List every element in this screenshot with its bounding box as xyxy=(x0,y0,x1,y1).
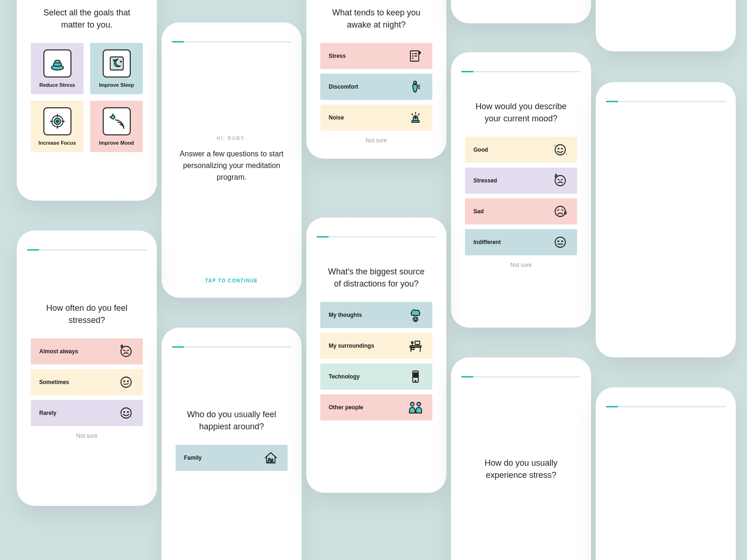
distractions-title: What's the biggest source of distraction… xyxy=(313,266,440,290)
svg-point-39 xyxy=(124,381,125,382)
svg-point-40 xyxy=(127,381,128,382)
phone-notch xyxy=(633,82,698,92)
option-sometimes[interactable]: Sometimes xyxy=(31,369,143,395)
meh-face-icon xyxy=(118,374,134,391)
svg-point-22 xyxy=(414,81,416,84)
svg-point-45 xyxy=(272,459,273,461)
option-label: Other people xyxy=(329,404,363,411)
progress-bar xyxy=(172,346,291,348)
phone-notch xyxy=(199,22,264,33)
svg-rect-55 xyxy=(411,348,414,350)
siren-icon xyxy=(407,109,424,126)
svg-point-5 xyxy=(120,61,121,62)
phone-intro: HI, RUBY. Answer a few questions to star… xyxy=(162,22,302,298)
rainbow-icon xyxy=(103,107,131,135)
svg-point-33 xyxy=(555,237,565,247)
goal-label: Improve Mood xyxy=(99,140,134,146)
svg-point-13 xyxy=(111,115,115,119)
svg-line-25 xyxy=(412,114,413,115)
option-label: Almost always xyxy=(39,348,78,355)
mood-title: How would you describe your current mood… xyxy=(458,100,585,125)
svg-point-7 xyxy=(54,118,61,125)
option-noise[interactable]: Noise xyxy=(320,105,432,131)
intro-body: Answer a few questions to start personal… xyxy=(168,141,295,183)
phone-notch xyxy=(488,357,554,368)
option-label: Discomfort xyxy=(329,84,358,90)
option-good[interactable]: Good xyxy=(465,137,577,163)
anxious-face-icon xyxy=(118,343,134,360)
svg-point-68 xyxy=(410,402,414,406)
tap-to-continue-button[interactable]: TAP TO CONTINUE xyxy=(168,267,295,291)
option-label: Technology xyxy=(329,373,359,380)
svg-point-41 xyxy=(121,408,131,418)
phone-awake: What tends to keep you awake at night? S… xyxy=(306,0,446,159)
phone-happiest: Who do you usually feel happiest around?… xyxy=(162,328,302,560)
zen-stones-icon xyxy=(43,49,71,77)
option-my-surroundings[interactable]: My surroundings xyxy=(320,333,432,359)
option-rarely[interactable]: Rarely xyxy=(31,400,143,426)
phone-experience-stress: How do you usually experience stress? xyxy=(451,357,591,560)
svg-point-58 xyxy=(415,380,416,381)
option-technology[interactable]: Technology xyxy=(320,364,432,390)
svg-point-69 xyxy=(417,402,421,406)
phone-distractions: What's the biggest source of distraction… xyxy=(306,217,446,493)
moon-icon xyxy=(103,49,131,77)
option-label: My surroundings xyxy=(329,343,374,349)
checklist-icon xyxy=(407,48,424,64)
svg-rect-67 xyxy=(416,376,418,378)
intro-greeting: HI, RUBY. xyxy=(168,136,295,141)
svg-point-35 xyxy=(562,241,563,242)
phone-notch xyxy=(488,52,554,63)
option-discomfort[interactable]: Discomfort xyxy=(320,74,432,100)
target-icon xyxy=(43,107,71,135)
phone-stress-freq: How often do you feel stressed? Almost a… xyxy=(17,231,157,506)
option-other-people[interactable]: Other people xyxy=(320,394,432,420)
option-stress[interactable]: Stress xyxy=(320,43,432,69)
awake-title: What tends to keep you awake at night? xyxy=(313,7,440,31)
svg-rect-23 xyxy=(412,121,419,122)
option-sad[interactable]: Sad xyxy=(465,198,577,224)
thought-cloud-icon xyxy=(407,307,424,323)
svg-point-42 xyxy=(124,412,125,413)
option-stressed[interactable]: Stressed xyxy=(465,168,577,194)
phone-peek-far-right-bottom xyxy=(596,387,736,560)
back-pain-icon xyxy=(407,78,424,95)
option-indifferent[interactable]: Indifferent xyxy=(465,229,577,255)
svg-point-38 xyxy=(121,377,131,387)
phone-goals: Select all the goals that matter to you.… xyxy=(17,0,157,201)
option-label: Noise xyxy=(329,114,344,121)
smartphone-icon xyxy=(407,368,424,385)
option-almost-always[interactable]: Almost always xyxy=(31,338,143,364)
option-label: Stressed xyxy=(473,177,497,184)
option-family[interactable]: Family xyxy=(176,445,288,471)
awake-options: Stress Discomfort Noise xyxy=(313,43,440,131)
goal-label: Increase Focus xyxy=(38,140,76,146)
smile-icon xyxy=(552,141,569,158)
goal-improve-mood[interactable]: Improve Mood xyxy=(90,101,143,152)
neutral-face-icon xyxy=(552,234,569,251)
progress-bar xyxy=(172,41,291,42)
not-sure-link[interactable]: Not sure xyxy=(458,255,585,275)
goal-increase-focus[interactable]: Increase Focus xyxy=(31,101,84,152)
progress-bar xyxy=(461,71,581,72)
option-my-thoughts[interactable]: My thoughts xyxy=(320,302,432,328)
svg-point-32 xyxy=(555,206,565,217)
phone-notch xyxy=(199,328,264,338)
progress-bar xyxy=(317,236,436,238)
option-label: Good xyxy=(473,147,488,153)
happiest-options: Family xyxy=(168,445,295,471)
not-sure-link[interactable]: Not sure xyxy=(23,426,150,446)
house-family-icon xyxy=(262,449,279,466)
option-label: Indifferent xyxy=(473,239,501,245)
option-label: Family xyxy=(184,455,202,461)
svg-point-43 xyxy=(127,412,128,413)
svg-point-47 xyxy=(414,318,415,319)
goal-improve-sleep[interactable]: Improve Sleep xyxy=(90,43,143,94)
phone-peek-top-right xyxy=(451,0,591,23)
svg-rect-64 xyxy=(416,375,418,376)
happiest-title: Who do you usually feel happiest around? xyxy=(168,408,295,433)
option-label: Sad xyxy=(473,208,484,215)
not-sure-link[interactable]: Not sure xyxy=(313,131,440,150)
goal-reduce-stress[interactable]: Reduce Stress xyxy=(31,43,84,94)
desk-icon xyxy=(407,337,424,354)
